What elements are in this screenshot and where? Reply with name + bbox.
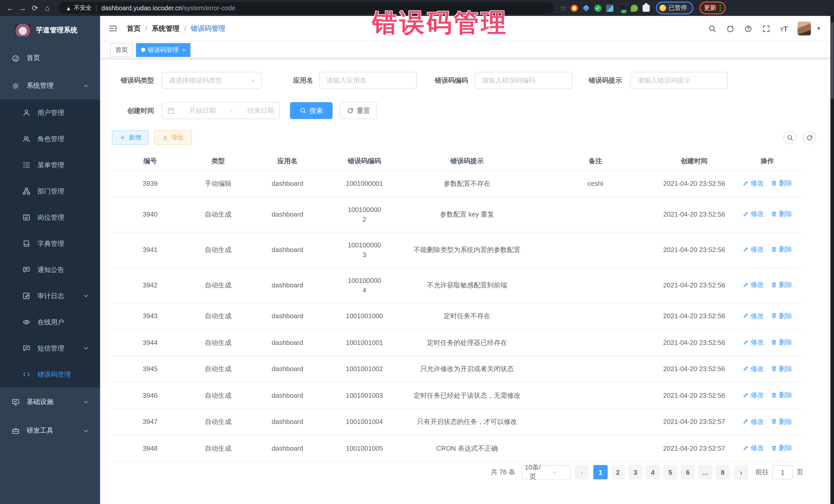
next-page-button[interactable]: › [734, 465, 748, 479]
extension-gem-icon[interactable] [582, 4, 589, 12]
delete-link[interactable]: 删除 [771, 280, 792, 290]
error-msg-input[interactable] [631, 76, 727, 84]
breadcrumb-item[interactable]: 系统管理 [152, 24, 180, 33]
extension-target-icon[interactable] [570, 4, 578, 12]
sidebar-item-role[interactable]: 角色管理 [0, 126, 100, 152]
delete-link[interactable]: 删除 [771, 443, 792, 453]
delete-link[interactable]: 删除 [771, 337, 792, 347]
delete-link[interactable]: 删除 [771, 178, 792, 188]
browser-update-button[interactable]: 更新 [699, 2, 725, 14]
edit-link[interactable]: 修改 [742, 209, 764, 219]
add-button[interactable]: 新增 [112, 130, 149, 145]
edit-link[interactable]: 修改 [742, 245, 764, 254]
sidebar-item-label: 角色管理 [38, 134, 64, 144]
logo[interactable]: 芋道管理系统 [0, 16, 100, 44]
hamburger-icon[interactable] [109, 24, 118, 33]
sidebar-item-home[interactable]: 首页 [0, 44, 100, 72]
reset-button[interactable]: 重置 [340, 102, 377, 119]
edit-link[interactable]: 修改 [742, 280, 764, 290]
sidebar-item-online-user[interactable]: 在线用户 [0, 309, 100, 335]
edit-link[interactable]: 修改 [742, 311, 764, 321]
paused-extension-pill[interactable]: 已暂停 [656, 2, 693, 14]
app-name-input[interactable] [320, 76, 416, 84]
sms-icon [23, 344, 30, 352]
edit-link[interactable]: 修改 [742, 390, 764, 400]
delete-link[interactable]: 删除 [771, 209, 792, 219]
error-code-input[interactable] [475, 76, 572, 84]
sidebar-item-user[interactable]: 用户管理 [0, 100, 100, 126]
extension-key-icon[interactable] [631, 4, 638, 12]
edit-link[interactable]: 修改 [742, 178, 764, 188]
browser-forward-icon[interactable]: → [17, 4, 29, 12]
browser-menu-icon[interactable] [719, 5, 721, 11]
sidebar-item-dept[interactable]: 部门管理 [0, 178, 100, 204]
navbar-actions: TT ▼ [708, 22, 821, 36]
delete-link[interactable]: 删除 [771, 416, 792, 426]
sidebar-item-sms[interactable]: 短信管理 [0, 335, 100, 361]
sidebar-item-devtool[interactable]: 研发工具 [0, 416, 100, 445]
extension-check-icon[interactable]: ✓ [594, 4, 601, 12]
ops-cell: 修改删除 [731, 435, 803, 461]
avatar[interactable] [797, 22, 811, 36]
sidebar-item-infra[interactable]: 基础设施 [0, 388, 100, 416]
window-scrollbar[interactable] [830, 16, 834, 504]
export-button[interactable]: 导出 [154, 130, 192, 145]
tag-close-icon[interactable]: × [182, 47, 185, 53]
page-button-8[interactable]: 8 [716, 465, 730, 479]
github-icon[interactable] [726, 24, 735, 32]
user-menu-caret-icon[interactable]: ▼ [816, 26, 821, 31]
sidebar-item-label: 错误码管理 [38, 370, 71, 379]
browser-back-icon[interactable]: ← [4, 4, 17, 12]
security-chip[interactable]: ▲ 不安全 [66, 4, 92, 12]
page-button-5[interactable]: 5 [663, 465, 678, 479]
fullscreen-icon[interactable] [762, 24, 771, 32]
scrollbar-thumb[interactable] [831, 22, 833, 99]
page-button-6[interactable]: 6 [681, 465, 695, 479]
page-ellipsis[interactable]: … [698, 465, 712, 479]
tag-item[interactable]: 首页 [110, 43, 133, 57]
bookmark-star-icon[interactable]: ☆ [560, 4, 566, 12]
ops-cell: 修改删除 [731, 303, 803, 329]
page-button-4[interactable]: 4 [646, 465, 660, 479]
prev-page-button[interactable]: ‹ [575, 465, 589, 479]
edit-link[interactable]: 修改 [742, 416, 764, 426]
table-header-row: 编号类型应用名错误码编码错误码提示备注创建时间操作 [110, 152, 803, 170]
sidebar-item-error-code[interactable]: 错误码管理 [0, 361, 100, 388]
edit-link[interactable]: 修改 [742, 337, 764, 347]
delete-link[interactable]: 删除 [771, 311, 792, 321]
sidebar-item-menu[interactable]: 菜单管理 [0, 152, 100, 178]
page-button-1[interactable]: 1 [593, 465, 608, 479]
breadcrumb-item[interactable]: 首页 [127, 24, 140, 33]
edit-link[interactable]: 修改 [742, 364, 764, 373]
refresh-table-button[interactable] [803, 131, 816, 144]
sidebar-item-label: 研发工具 [27, 426, 53, 435]
delete-link[interactable]: 删除 [771, 245, 792, 254]
page-button-2[interactable]: 2 [611, 465, 625, 479]
error-type-select[interactable]: 请选择错误码类型 [162, 72, 262, 89]
browser-reload-icon[interactable]: ⟳ [29, 3, 41, 13]
sidebar-item-system[interactable]: 系统管理 [0, 72, 100, 100]
goto-page-input[interactable] [772, 465, 793, 479]
search-button[interactable]: 搜索 [290, 102, 333, 119]
sidebar-item-post[interactable]: 岗位管理 [0, 204, 100, 231]
page-size-select[interactable]: 10条/页 [522, 465, 571, 479]
time-cell: 2021-04-20 23:52:56 [657, 232, 731, 267]
header-search-icon[interactable] [708, 24, 717, 32]
extension-puzzle-icon[interactable] [642, 4, 650, 12]
sidebar-item-notice[interactable]: 通知公告 [0, 257, 100, 283]
date-range-picker[interactable]: 开始日期 - 结束日期 [162, 102, 280, 119]
toggle-search-button[interactable] [783, 131, 796, 144]
edit-link[interactable]: 修改 [742, 443, 764, 453]
page-button-3[interactable]: 3 [628, 465, 642, 479]
sidebar-item-dict[interactable]: 字典管理 [0, 231, 100, 257]
table-row: 3939手动编辑dashboard1001000001参数配置不存在ceshi2… [110, 170, 803, 197]
delete-link[interactable]: 删除 [771, 390, 792, 400]
extension-switch-on-icon[interactable]: on [618, 4, 626, 12]
help-icon[interactable] [744, 24, 753, 32]
delete-link[interactable]: 删除 [771, 364, 792, 373]
browser-home-icon[interactable]: ⌂ [41, 4, 53, 12]
tag-active[interactable]: 错误码管理× [136, 43, 191, 57]
font-size-icon[interactable]: TT [781, 24, 788, 32]
sidebar-item-audit-log[interactable]: 审计日志 [0, 283, 100, 309]
extension-grid-icon[interactable] [606, 4, 613, 12]
